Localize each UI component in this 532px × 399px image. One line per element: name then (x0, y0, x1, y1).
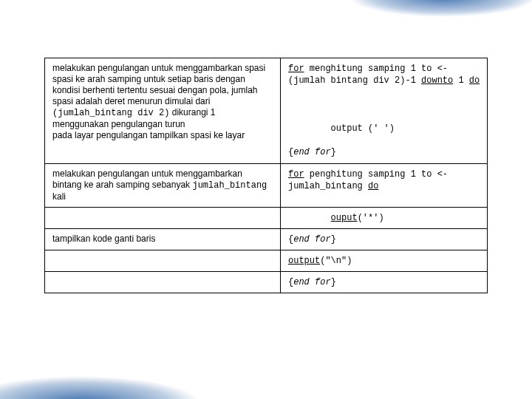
code-text: end for (293, 277, 330, 287)
table-row: {end for} (45, 271, 487, 293)
accent-bottom (0, 369, 532, 399)
keyword: ouput (331, 213, 358, 223)
code-cell: {end for} (281, 272, 487, 293)
keyword: for (288, 169, 304, 180)
code-cell: ouput('*') (281, 208, 487, 228)
table-row: tampilkan kode ganti baris{end for} (45, 228, 487, 250)
code-text: end for (293, 147, 330, 157)
keyword: output (288, 256, 320, 266)
table-row: ouput('*') (45, 207, 487, 228)
code-cell: for menghitung samping 1 to <- (jumlah b… (281, 58, 487, 163)
code-cell: {end for} (281, 229, 487, 250)
table-row: melakukan pengulangan untuk menggambarka… (45, 58, 487, 163)
code-text: } (331, 147, 336, 157)
description-cell: melakukan pengulangan untuk menggambarka… (45, 58, 281, 163)
code-cell: for penghitung samping 1 to <- jumlah_bi… (281, 164, 487, 207)
description-cell: melakukan pengulangan untuk menggambarka… (45, 164, 281, 207)
code-text: } (331, 234, 336, 245)
code-text: ("\n") (320, 256, 352, 266)
accent-top (0, 0, 532, 22)
keyword: do (368, 181, 378, 191)
algorithm-table: melakukan pengulangan untuk menggambarka… (44, 58, 488, 293)
description-cell: tampilkan kode ganti baris (45, 229, 281, 250)
mono-snippet: (jumlah_bintang div 2) (52, 108, 169, 118)
description-cell (45, 208, 281, 228)
code-text: } (331, 277, 336, 287)
code-cell: output("\n") (281, 250, 487, 271)
mono-snippet: jumlah_bintang (192, 180, 267, 191)
table-row: output("\n") (45, 250, 487, 271)
code-text: ('*') (358, 213, 384, 223)
code-text: 1 (453, 75, 469, 86)
keyword: for (288, 64, 304, 74)
table-row: melakukan pengulangan untuk menggambarka… (45, 163, 487, 207)
keyword: do (469, 75, 480, 86)
keyword: downto (421, 75, 453, 86)
description-cell (45, 250, 281, 271)
description-cell (45, 272, 281, 293)
code-text: end for (293, 234, 330, 245)
